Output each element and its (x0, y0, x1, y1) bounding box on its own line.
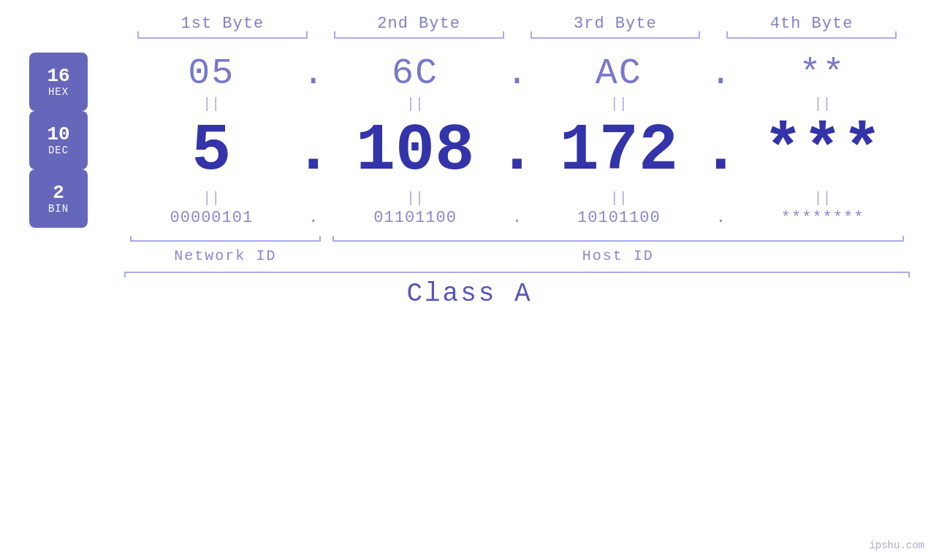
bin-byte4-cell: ******** (735, 209, 910, 227)
badges-column: 16 HEX 10 DEC 2 BIN (29, 53, 124, 228)
dec-dot3: . (706, 114, 735, 188)
bin-byte1-value: 00000101 (170, 209, 254, 227)
hex-dot3: . (706, 53, 735, 94)
hex-byte2-cell: 6C (328, 53, 503, 94)
bin-dot2-char: . (512, 209, 522, 227)
hex-badge-label: HEX (48, 86, 69, 98)
hex-row: 05 . 6C . AC . ** (124, 53, 910, 94)
equals-row-1: || || || || (124, 94, 910, 114)
id-labels-row: Network ID Host ID (124, 248, 910, 264)
hex-byte1-cell: 05 (124, 53, 299, 94)
equals-1-byte2: || (328, 94, 503, 114)
equals-row-2: || || || || (124, 188, 910, 208)
bracket-cell-4 (719, 33, 904, 42)
content-area: 16 HEX 10 DEC 2 BIN 05 . (29, 53, 910, 228)
bin-byte4-value: ******** (781, 209, 864, 227)
dec-dot3-char: . (701, 114, 740, 188)
hex-dot1-char: . (303, 53, 324, 94)
equals-1-byte3: || (532, 94, 707, 114)
data-columns: 05 . 6C . AC . ** (124, 53, 910, 228)
byte4-header: 4th Byte (713, 15, 910, 33)
dec-dot2-char: . (498, 114, 537, 188)
watermark: ipshu.com (869, 540, 924, 551)
hex-byte2-value: 6C (392, 53, 438, 94)
equals-2-byte2: || (328, 188, 503, 208)
hex-badge-number: 16 (47, 66, 69, 87)
main-container: 1st Byte 2nd Byte 3rd Byte 4th Byte (0, 0, 939, 560)
dec-dot2: . (503, 114, 532, 188)
byte3-header: 3rd Byte (517, 15, 714, 33)
network-id-bracket (130, 231, 321, 242)
hex-dot3-char: . (710, 53, 731, 94)
equals-1-byte1: || (124, 94, 299, 114)
bin-byte3-cell: 10101100 (532, 209, 707, 227)
byte1-header: 1st Byte (124, 15, 321, 33)
hex-dot2: . (503, 53, 532, 94)
dec-byte4-cell: *** (735, 114, 910, 188)
bracket-cell-1 (130, 33, 315, 42)
class-section: Class A (29, 272, 910, 309)
dec-dot1-char: . (294, 114, 333, 188)
bin-byte2-cell: 01101100 (328, 209, 503, 227)
bin-dot2: . (503, 209, 532, 227)
dec-byte4-value: *** (764, 114, 882, 188)
byte2-header: 2nd Byte (321, 15, 517, 33)
hex-dot1: . (299, 53, 328, 94)
hex-byte4-cell: ** (735, 53, 910, 94)
class-bracket-line (124, 272, 910, 273)
hex-badge: 16 HEX (29, 53, 88, 111)
top-brackets (29, 33, 910, 42)
dec-byte2-value: 108 (356, 114, 474, 188)
hex-byte1-value: 05 (188, 53, 235, 94)
bin-row: 00000101 . 01101100 . 10101100 . (124, 208, 910, 228)
hex-byte3-value: AC (596, 53, 642, 94)
dec-dot1: . (299, 114, 328, 188)
bin-badge-label: BIN (48, 203, 69, 215)
equals-2-byte4: || (735, 188, 910, 208)
hex-dot2-char: . (506, 53, 528, 94)
bin-dot3: . (706, 209, 735, 227)
byte-headers: 1st Byte 2nd Byte 3rd Byte 4th Byte (29, 15, 910, 33)
bottom-brackets (124, 231, 910, 242)
hex-byte4-value: ** (799, 53, 846, 94)
dec-row: 5 . 108 . 172 . *** (124, 114, 910, 188)
network-id-label: Network ID (130, 248, 321, 264)
equals-2-byte1: || (124, 188, 299, 208)
class-label: Class A (29, 279, 910, 309)
dec-byte1-value: 5 (191, 114, 231, 188)
equals-1-byte4: || (735, 94, 910, 114)
host-id-label: Host ID (332, 248, 904, 264)
bin-byte1-cell: 00000101 (124, 209, 299, 227)
bin-dot3-char: . (716, 209, 726, 227)
bottom-section: Network ID Host ID (29, 231, 910, 264)
equals-2-byte3: || (532, 188, 707, 208)
bin-dot1: . (299, 209, 328, 227)
dec-badge-number: 10 (47, 124, 69, 145)
bin-badge-number: 2 (53, 183, 64, 204)
bracket-cell-2 (327, 33, 512, 42)
dec-badge-label: DEC (48, 145, 69, 156)
dec-byte2-cell: 108 (328, 114, 503, 188)
bin-badge: 2 BIN (29, 169, 88, 228)
bracket-cell-3 (523, 33, 708, 42)
dec-badge: 10 DEC (29, 111, 88, 169)
bin-byte2-value: 01101100 (373, 209, 457, 227)
hex-byte3-cell: AC (532, 53, 707, 94)
bin-dot1-char: . (308, 209, 318, 227)
bin-byte3-value: 10101100 (577, 209, 661, 227)
dec-byte3-cell: 172 (532, 114, 707, 188)
dec-byte1-cell: 5 (124, 114, 299, 188)
host-id-bracket (332, 231, 904, 242)
dec-byte3-value: 172 (560, 114, 678, 188)
